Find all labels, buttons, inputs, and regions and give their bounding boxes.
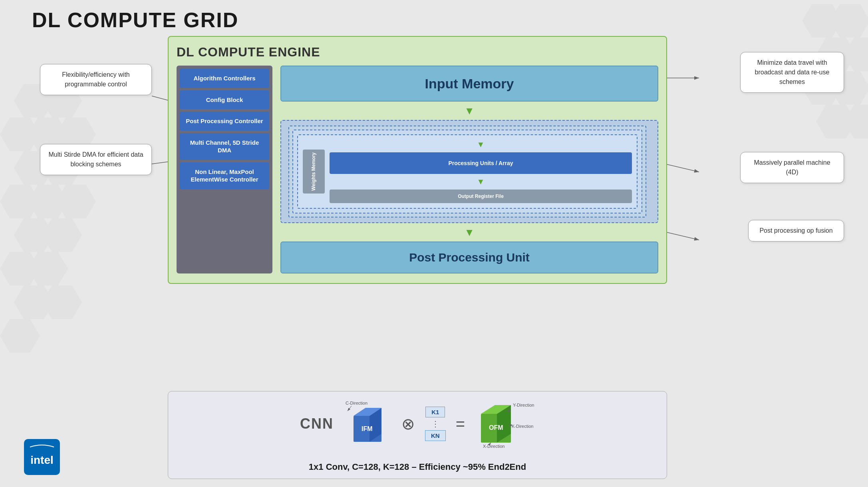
controller-config: Config Block	[180, 90, 269, 110]
svg-marker-22	[56, 185, 96, 218]
page-title: DL COMPUTE GRID	[32, 8, 238, 32]
equals-symbol: =	[456, 415, 465, 433]
diagram-container: DL COMPUTE ENGINE Algorithm Controllers …	[168, 36, 667, 284]
k1-label: K1	[425, 407, 445, 417]
svg-line-6	[665, 164, 699, 172]
annotation-right-mid-text: Massively parallel machine (4D)	[754, 159, 830, 176]
svg-text:IFM: IFM	[362, 425, 373, 432]
post-processing-label: Post Processing Unit	[409, 251, 530, 264]
annotation-right-mid: Massively parallel machine (4D)	[740, 152, 844, 183]
svg-marker-26	[28, 252, 68, 285]
kn-label: KN	[425, 430, 446, 441]
svg-marker-28	[42, 285, 82, 319]
output-register: Output Register File	[330, 190, 632, 203]
annotation-flex: Flexibility/efficiency with programmable…	[40, 64, 152, 95]
k-dots: ⋮	[431, 419, 439, 429]
cnn-section: CNN C-Direction IFM ⊗ K1 ⋮	[168, 391, 667, 479]
svg-marker-31	[830, 4, 868, 38]
tensor-product-symbol: ⊗	[401, 415, 415, 433]
input-memory-box: Input Memory	[280, 66, 658, 102]
post-processing-box: Post Processing Unit	[280, 242, 658, 273]
ifm-cube: C-Direction IFM	[344, 400, 391, 448]
annotation-dma-text: Multi Stirde DMA for efficient data bloc…	[48, 151, 143, 168]
cnn-label: CNN	[300, 415, 334, 432]
annotation-right-bot: Post processing op fusion	[748, 220, 844, 242]
engine-content: Algorithm Controllers Config Block Post …	[177, 66, 658, 273]
cnn-row: CNN C-Direction IFM ⊗ K1 ⋮	[300, 398, 535, 450]
svg-text:intel: intel	[30, 454, 54, 466]
controllers-panel: Algorithm Controllers Config Block Post …	[177, 66, 272, 273]
processing-units: Processing Units / Array	[330, 152, 632, 174]
annotation-right-top-text: Minimize data travel with broadcast and …	[755, 59, 830, 85]
svg-text:C-Direction: C-Direction	[346, 401, 367, 405]
svg-text:OFM: OFM	[489, 424, 503, 431]
svg-marker-24	[42, 218, 82, 252]
annotation-right-top: Minimize data travel with broadcast and …	[740, 52, 844, 93]
arrow-processing-to-post: ▼	[280, 227, 658, 238]
arrow-input-to-processing: ▼	[280, 106, 658, 116]
controller-dma: Multi Channel, 5D Stride DMA	[180, 133, 269, 160]
svg-line-39	[348, 406, 352, 411]
input-memory-label: Input Memory	[425, 76, 514, 92]
svg-text:X-Direction: X-Direction	[483, 444, 505, 449]
cnn-formula: 1x1 Conv, C=128, K=128 – Efficiency ~95%…	[309, 462, 526, 472]
k-stack: K1 ⋮ KN	[425, 407, 446, 441]
svg-text:Y-Direction: Y-Direction	[513, 403, 534, 407]
annotation-flex-text: Flexibility/efficiency with programmable…	[62, 71, 130, 88]
controller-algorithm: Algorithm Controllers	[180, 69, 269, 88]
annotation-right-bot-text: Post processing op fusion	[759, 227, 832, 234]
ofm-cube: OFM Y-Direction K-Direction X-Direction	[475, 398, 535, 450]
intel-logo: intel	[24, 439, 60, 475]
weights-memory: Weights Memory	[303, 150, 325, 194]
right-content: Input Memory ▼ Weights Memory	[280, 66, 658, 273]
controller-nonlinear: Non Linear, MaxPool ElementWise Controll…	[180, 162, 269, 189]
annotation-dma: Multi Stirde DMA for efficient data bloc…	[40, 144, 152, 175]
processing-area: Weights Memory ▼ Processing Units / Arra…	[280, 120, 658, 223]
bg-decoration-left	[0, 80, 152, 360]
svg-text:K-Direction: K-Direction	[512, 424, 533, 429]
engine-title: DL COMPUTE ENGINE	[177, 45, 658, 60]
svg-marker-29	[0, 319, 40, 353]
svg-line-7	[665, 232, 699, 240]
controller-post-processing: Post Processing Controller	[180, 112, 269, 131]
